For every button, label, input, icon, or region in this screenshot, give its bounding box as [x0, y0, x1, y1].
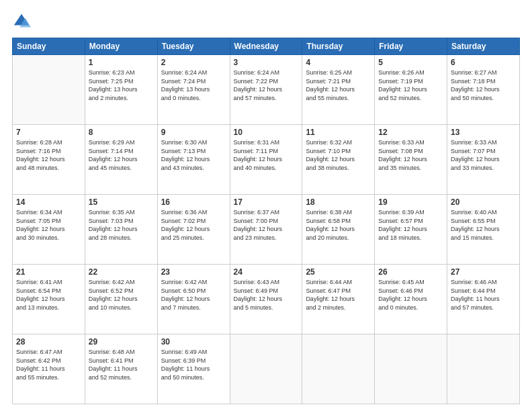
day-number: 23	[161, 267, 226, 277]
day-number: 16	[161, 197, 226, 207]
day-info: Sunrise: 6:36 AM Sunset: 7:02 PM Dayligh…	[161, 208, 226, 242]
day-info: Sunrise: 6:45 AM Sunset: 6:46 PM Dayligh…	[378, 278, 443, 312]
day-info: Sunrise: 6:34 AM Sunset: 7:05 PM Dayligh…	[16, 208, 81, 242]
logo	[12, 12, 34, 31]
day-info: Sunrise: 6:28 AM Sunset: 7:16 PM Dayligh…	[16, 138, 81, 172]
day-number: 12	[378, 128, 443, 137]
day-number: 1	[89, 58, 154, 67]
calendar-cell: 2Sunrise: 6:24 AM Sunset: 7:24 PM Daylig…	[157, 55, 230, 125]
day-info: Sunrise: 6:49 AM Sunset: 6:39 PM Dayligh…	[161, 348, 226, 381]
day-number: 28	[16, 337, 81, 347]
calendar-cell: 11Sunrise: 6:32 AM Sunset: 7:10 PM Dayli…	[302, 125, 375, 195]
day-number: 30	[161, 337, 226, 347]
calendar-cell: 16Sunrise: 6:36 AM Sunset: 7:02 PM Dayli…	[157, 195, 230, 265]
calendar-week-5: 28Sunrise: 6:47 AM Sunset: 6:42 PM Dayli…	[13, 334, 520, 404]
day-number: 18	[306, 197, 371, 207]
calendar-cell: 25Sunrise: 6:44 AM Sunset: 6:47 PM Dayli…	[302, 265, 375, 334]
day-info: Sunrise: 6:25 AM Sunset: 7:21 PM Dayligh…	[306, 68, 371, 102]
calendar-cell: 19Sunrise: 6:39 AM Sunset: 6:57 PM Dayli…	[375, 195, 447, 265]
day-number: 13	[451, 128, 516, 137]
calendar-cell: 29Sunrise: 6:48 AM Sunset: 6:41 PM Dayli…	[85, 334, 157, 404]
calendar-header-saturday: Saturday	[447, 38, 520, 55]
calendar-cell: 24Sunrise: 6:43 AM Sunset: 6:49 PM Dayli…	[230, 265, 302, 334]
day-number: 20	[451, 197, 516, 207]
day-number: 25	[306, 267, 371, 277]
day-number: 14	[16, 197, 81, 207]
day-info: Sunrise: 6:47 AM Sunset: 6:42 PM Dayligh…	[16, 348, 81, 381]
day-info: Sunrise: 6:29 AM Sunset: 7:14 PM Dayligh…	[89, 138, 154, 172]
day-number: 2	[161, 58, 226, 67]
day-info: Sunrise: 6:41 AM Sunset: 6:54 PM Dayligh…	[16, 278, 81, 312]
calendar-header-monday: Monday	[85, 38, 157, 55]
calendar-cell: 10Sunrise: 6:31 AM Sunset: 7:11 PM Dayli…	[230, 125, 302, 195]
calendar-cell: 14Sunrise: 6:34 AM Sunset: 7:05 PM Dayli…	[13, 195, 85, 265]
day-info: Sunrise: 6:33 AM Sunset: 7:07 PM Dayligh…	[451, 138, 516, 172]
day-info: Sunrise: 6:32 AM Sunset: 7:10 PM Dayligh…	[306, 138, 371, 172]
day-number: 15	[89, 197, 154, 207]
calendar-cell: 5Sunrise: 6:26 AM Sunset: 7:19 PM Daylig…	[375, 55, 447, 125]
day-number: 19	[378, 197, 443, 207]
calendar-header-tuesday: Tuesday	[157, 38, 230, 55]
day-info: Sunrise: 6:23 AM Sunset: 7:25 PM Dayligh…	[89, 68, 154, 102]
day-number: 21	[16, 267, 81, 277]
calendar-cell: 9Sunrise: 6:30 AM Sunset: 7:13 PM Daylig…	[157, 125, 230, 195]
day-info: Sunrise: 6:31 AM Sunset: 7:11 PM Dayligh…	[234, 138, 299, 172]
calendar-cell: 17Sunrise: 6:37 AM Sunset: 7:00 PM Dayli…	[230, 195, 302, 265]
calendar-week-3: 14Sunrise: 6:34 AM Sunset: 7:05 PM Dayli…	[13, 195, 520, 265]
day-number: 27	[451, 267, 516, 277]
day-info: Sunrise: 6:44 AM Sunset: 6:47 PM Dayligh…	[306, 278, 371, 312]
day-info: Sunrise: 6:38 AM Sunset: 6:58 PM Dayligh…	[306, 208, 371, 242]
calendar-header-sunday: Sunday	[13, 38, 85, 55]
calendar-cell	[375, 334, 447, 404]
calendar-header-friday: Friday	[375, 38, 447, 55]
day-info: Sunrise: 6:30 AM Sunset: 7:13 PM Dayligh…	[161, 138, 226, 172]
day-info: Sunrise: 6:26 AM Sunset: 7:19 PM Dayligh…	[378, 68, 443, 102]
day-number: 7	[16, 128, 81, 137]
day-info: Sunrise: 6:46 AM Sunset: 6:44 PM Dayligh…	[451, 278, 516, 312]
day-info: Sunrise: 6:27 AM Sunset: 7:18 PM Dayligh…	[451, 68, 516, 102]
day-number: 17	[234, 197, 299, 207]
calendar-cell: 4Sunrise: 6:25 AM Sunset: 7:21 PM Daylig…	[302, 55, 375, 125]
calendar-cell: 28Sunrise: 6:47 AM Sunset: 6:42 PM Dayli…	[13, 334, 85, 404]
calendar-week-1: 1Sunrise: 6:23 AM Sunset: 7:25 PM Daylig…	[13, 55, 520, 125]
calendar-cell: 3Sunrise: 6:24 AM Sunset: 7:22 PM Daylig…	[230, 55, 302, 125]
calendar-cell: 12Sunrise: 6:33 AM Sunset: 7:08 PM Dayli…	[375, 125, 447, 195]
calendar-header-wednesday: Wednesday	[230, 38, 302, 55]
day-number: 10	[234, 128, 299, 137]
day-number: 5	[378, 58, 443, 67]
calendar-header-row: SundayMondayTuesdayWednesdayThursdayFrid…	[13, 38, 520, 55]
day-info: Sunrise: 6:48 AM Sunset: 6:41 PM Dayligh…	[89, 348, 154, 381]
calendar-week-2: 7Sunrise: 6:28 AM Sunset: 7:16 PM Daylig…	[13, 125, 520, 195]
day-info: Sunrise: 6:42 AM Sunset: 6:52 PM Dayligh…	[89, 278, 154, 312]
calendar-table: SundayMondayTuesdayWednesdayThursdayFrid…	[12, 38, 520, 404]
calendar-cell: 22Sunrise: 6:42 AM Sunset: 6:52 PM Dayli…	[85, 265, 157, 334]
day-number: 3	[234, 58, 299, 67]
calendar-cell	[13, 55, 85, 125]
logo-icon	[12, 12, 31, 31]
calendar-cell	[447, 334, 520, 404]
day-info: Sunrise: 6:43 AM Sunset: 6:49 PM Dayligh…	[234, 278, 299, 312]
page: SundayMondayTuesdayWednesdayThursdayFrid…	[0, 0, 532, 411]
day-info: Sunrise: 6:24 AM Sunset: 7:22 PM Dayligh…	[234, 68, 299, 102]
day-number: 4	[306, 58, 371, 67]
calendar-cell: 23Sunrise: 6:42 AM Sunset: 6:50 PM Dayli…	[157, 265, 230, 334]
calendar-cell: 21Sunrise: 6:41 AM Sunset: 6:54 PM Dayli…	[13, 265, 85, 334]
calendar-cell	[230, 334, 302, 404]
calendar-cell: 6Sunrise: 6:27 AM Sunset: 7:18 PM Daylig…	[447, 55, 520, 125]
calendar-cell: 20Sunrise: 6:40 AM Sunset: 6:55 PM Dayli…	[447, 195, 520, 265]
day-number: 8	[89, 128, 154, 137]
day-number: 29	[89, 337, 154, 347]
calendar-cell	[302, 334, 375, 404]
day-number: 11	[306, 128, 371, 137]
day-number: 9	[161, 128, 226, 137]
calendar-cell: 1Sunrise: 6:23 AM Sunset: 7:25 PM Daylig…	[85, 55, 157, 125]
calendar-cell: 26Sunrise: 6:45 AM Sunset: 6:46 PM Dayli…	[375, 265, 447, 334]
calendar-cell: 15Sunrise: 6:35 AM Sunset: 7:03 PM Dayli…	[85, 195, 157, 265]
calendar-cell: 27Sunrise: 6:46 AM Sunset: 6:44 PM Dayli…	[447, 265, 520, 334]
calendar-cell: 8Sunrise: 6:29 AM Sunset: 7:14 PM Daylig…	[85, 125, 157, 195]
day-number: 26	[378, 267, 443, 277]
day-info: Sunrise: 6:33 AM Sunset: 7:08 PM Dayligh…	[378, 138, 443, 172]
calendar-header-thursday: Thursday	[302, 38, 375, 55]
calendar-cell: 30Sunrise: 6:49 AM Sunset: 6:39 PM Dayli…	[157, 334, 230, 404]
day-info: Sunrise: 6:35 AM Sunset: 7:03 PM Dayligh…	[89, 208, 154, 242]
